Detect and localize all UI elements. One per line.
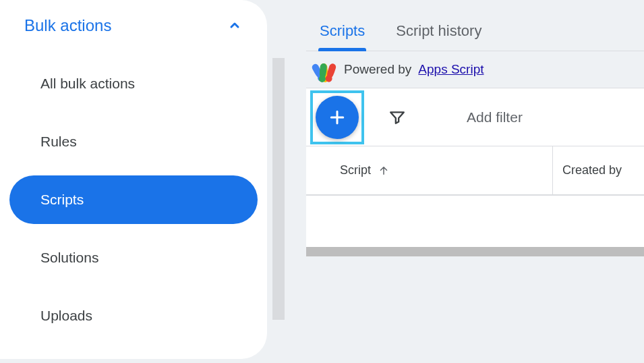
main-content: Scripts Script history Powered by Apps S…	[306, 0, 644, 363]
sidebar-title: Bulk actions	[24, 16, 111, 35]
powered-by-row: Powered by Apps Script	[306, 51, 644, 88]
add-script-highlight	[310, 90, 364, 144]
sort-ascending-icon	[378, 165, 390, 177]
table-header: Script Created by	[306, 146, 644, 196]
tab-script-history[interactable]: Script history	[396, 22, 481, 51]
tabs: Scripts Script history	[306, 0, 644, 51]
column-header-script-label: Script	[340, 163, 371, 177]
powered-by-text: Powered by	[344, 62, 411, 77]
sidebar-item-uploads[interactable]: Uploads	[9, 291, 258, 340]
sidebar: Bulk actions All bulk actions Rules Scri…	[0, 0, 267, 359]
add-filter-button[interactable]: Add filter	[467, 109, 523, 125]
sidebar-header[interactable]: Bulk actions	[0, 16, 267, 51]
apps-script-link[interactable]: Apps Script	[418, 62, 484, 77]
table-body-empty	[306, 196, 644, 247]
sidebar-nav: All bulk actions Rules Scripts Solutions…	[0, 51, 267, 340]
horizontal-scrollbar[interactable]	[306, 247, 644, 256]
chevron-up-icon	[227, 18, 243, 34]
add-script-button[interactable]	[316, 96, 359, 139]
toolbar: Add filter	[306, 88, 644, 146]
column-header-script[interactable]: Script	[306, 146, 553, 194]
apps-script-icon	[313, 59, 337, 80]
sidebar-item-scripts[interactable]: Scripts	[9, 175, 258, 224]
sidebar-item-solutions[interactable]: Solutions	[9, 233, 258, 282]
sidebar-item-all-bulk-actions[interactable]: All bulk actions	[9, 59, 258, 108]
sidebar-item-rules[interactable]: Rules	[9, 117, 258, 166]
tab-scripts[interactable]: Scripts	[320, 22, 365, 51]
filter-icon[interactable]	[388, 109, 406, 126]
column-header-created-by[interactable]: Created by	[553, 163, 622, 177]
vertical-scrollbar[interactable]	[272, 58, 285, 320]
plus-icon	[327, 107, 347, 128]
